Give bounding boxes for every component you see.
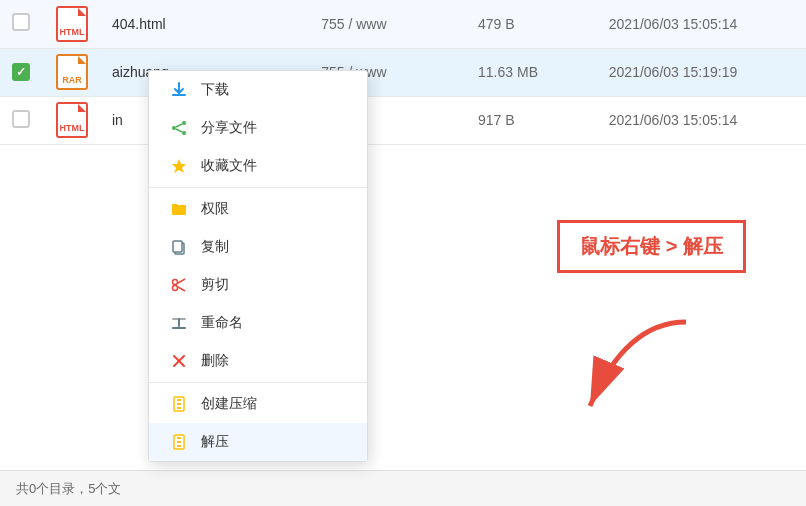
rename-icon (169, 313, 189, 333)
svg-line-11 (178, 279, 185, 283)
menu-item-permission[interactable]: 权限 (149, 190, 367, 228)
folder-icon (169, 199, 189, 219)
svg-point-9 (173, 280, 178, 285)
compress-icon (169, 394, 189, 414)
menu-item-label: 重命名 (201, 314, 243, 332)
svg-rect-20 (177, 403, 181, 405)
menu-item-download[interactable]: 下载 (149, 71, 367, 109)
html-icon: HTML (56, 102, 88, 138)
svg-line-4 (176, 129, 182, 132)
menu-item-label: 删除 (201, 352, 229, 370)
svg-point-0 (172, 126, 176, 130)
menu-item-delete[interactable]: 删除 (149, 342, 367, 380)
menu-item-label: 解压 (201, 433, 229, 451)
extract-icon (169, 432, 189, 452)
menu-item-compress[interactable]: 创建压缩 (149, 385, 367, 423)
menu-item-label: 创建压缩 (201, 395, 257, 413)
svg-rect-23 (177, 437, 181, 439)
html-icon: HTML (56, 6, 88, 42)
menu-item-extract[interactable]: 解压 (149, 423, 367, 461)
svg-rect-21 (177, 407, 181, 409)
menu-item-label: 复制 (201, 238, 229, 256)
table-row[interactable]: HTML404.html755 / www479 B2021/06/03 15:… (0, 0, 806, 48)
svg-line-3 (176, 124, 182, 127)
file-date: 2021/06/03 15:19:19 (597, 48, 806, 96)
menu-item-share[interactable]: 分享文件 (149, 109, 367, 147)
menu-item-copy[interactable]: 复制 (149, 228, 367, 266)
star-icon (169, 156, 189, 176)
menu-item-label: 下载 (201, 81, 229, 99)
arrow-indicator (546, 310, 706, 430)
scissors-icon (169, 275, 189, 295)
file-size: 479 B (466, 0, 597, 48)
file-size: 917 B (466, 96, 597, 144)
svg-point-1 (182, 121, 186, 125)
table-row[interactable]: HTMLin917 B2021/06/03 15:05:14 (0, 96, 806, 144)
svg-rect-15 (178, 318, 180, 327)
menu-item-label: 收藏文件 (201, 157, 257, 175)
file-name[interactable]: 404.html (100, 0, 309, 48)
copy-icon (169, 237, 189, 257)
svg-rect-24 (177, 441, 181, 443)
share-icon (169, 118, 189, 138)
svg-rect-13 (172, 327, 186, 329)
download-icon (169, 80, 189, 100)
context-menu: 下载分享文件收藏文件权限复制剪切重命名删除创建压缩解压 (148, 70, 368, 462)
status-bar: 共0个目录，5个文 (0, 470, 806, 506)
checkbox[interactable] (12, 110, 30, 128)
file-owner: 755 / www (309, 0, 466, 48)
checkbox[interactable] (12, 63, 30, 81)
rar-icon: RAR (56, 54, 88, 90)
menu-item-star[interactable]: 收藏文件 (149, 147, 367, 185)
status-text: 共0个目录，5个文 (16, 480, 121, 498)
svg-rect-8 (173, 241, 182, 252)
file-date: 2021/06/03 15:05:14 (597, 0, 806, 48)
file-size: 11.63 MB (466, 48, 597, 96)
svg-line-12 (178, 287, 185, 291)
svg-point-2 (182, 131, 186, 135)
svg-rect-25 (177, 445, 181, 447)
svg-point-10 (173, 286, 178, 291)
annotation-box: 鼠标右键 > 解压 (557, 220, 746, 273)
file-date: 2021/06/03 15:05:14 (597, 96, 806, 144)
menu-item-label: 剪切 (201, 276, 229, 294)
file-list: HTML404.html755 / www479 B2021/06/03 15:… (0, 0, 806, 145)
delete-icon (169, 351, 189, 371)
menu-item-cut[interactable]: 剪切 (149, 266, 367, 304)
svg-marker-5 (172, 159, 186, 173)
menu-item-label: 分享文件 (201, 119, 257, 137)
table-row[interactable]: RARaizhuang755 / www11.63 MB2021/06/03 1… (0, 48, 806, 96)
svg-rect-19 (177, 399, 181, 401)
menu-item-label: 权限 (201, 200, 229, 218)
checkbox[interactable] (12, 13, 30, 31)
menu-item-rename[interactable]: 重命名 (149, 304, 367, 342)
annotation-text: 鼠标右键 > 解压 (580, 235, 723, 257)
